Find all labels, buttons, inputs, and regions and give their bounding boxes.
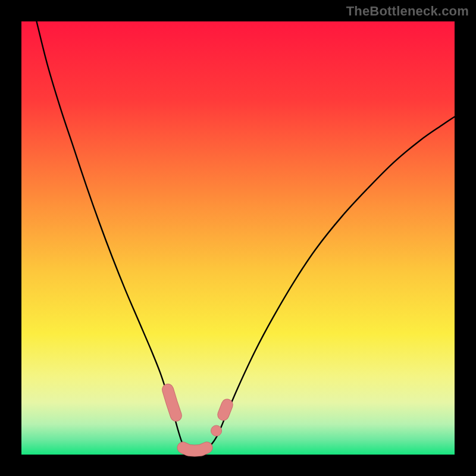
marker-right-node-lower: [211, 425, 222, 436]
bottleneck-chart: [0, 0, 476, 476]
watermark-label: TheBottleneck.com: [346, 4, 469, 19]
plot-background: [21, 21, 455, 455]
marker-right-node-upper: [223, 405, 227, 415]
chart-frame: TheBottleneck.com: [0, 0, 476, 476]
marker-bottom-bridge: [183, 447, 207, 450]
